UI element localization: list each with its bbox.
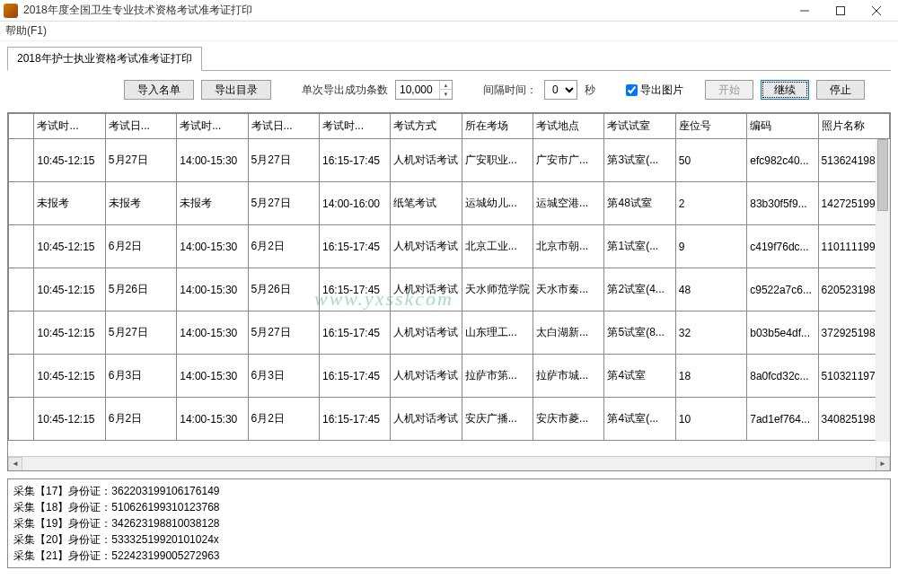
table-cell: 第2试室(4... xyxy=(604,268,675,312)
table-cell: 拉萨市第... xyxy=(462,355,533,398)
toolbar: 导入名单 导出目录 单次导出成功条数 ▲ ▼ 间隔时间： 0 秒 导出图片 开始… xyxy=(7,71,891,107)
table-row[interactable]: 未报考未报考未报考5月27日14:00-16:00纸笔考试运城幼儿...运城空港… xyxy=(9,182,890,225)
menu-help[interactable]: 帮助(F1) xyxy=(5,24,47,37)
table-row[interactable]: 10:45-12:156月2日14:00-15:306月2日16:15-17:4… xyxy=(9,398,890,441)
column-header[interactable]: 考试试室 xyxy=(604,114,675,139)
table-row[interactable]: 10:45-12:155月27日14:00-15:305月27日16:15-17… xyxy=(9,139,890,182)
table-cell: 广安职业... xyxy=(462,139,533,182)
table-cell: 6月2日 xyxy=(105,398,176,441)
column-header[interactable]: 所在考场 xyxy=(462,114,533,139)
table-cell: c9522a7c6... xyxy=(747,268,818,312)
table-cell: 广安市广... xyxy=(533,139,604,182)
table-cell: 10:45-12:15 xyxy=(34,268,105,312)
table-cell: 拉萨市城... xyxy=(533,355,604,398)
table-cell: 5月27日 xyxy=(248,312,319,355)
row-selector[interactable] xyxy=(9,398,34,441)
titlebar: 2018年度全国卫生专业技术资格考试准考证打印 xyxy=(0,0,898,22)
table-cell: 人机对话考试 xyxy=(391,312,462,355)
batch-spinner[interactable]: ▲ ▼ xyxy=(395,80,453,100)
table-cell: 运城幼儿... xyxy=(462,182,533,225)
app-icon xyxy=(4,4,18,18)
interval-label: 间隔时间： xyxy=(483,83,537,98)
table-cell: 第5试室(8... xyxy=(604,312,675,355)
table-cell: 未报考 xyxy=(34,182,105,225)
table-cell: 天水师范学院 xyxy=(462,268,533,312)
table-cell: 14:00-15:30 xyxy=(177,312,248,355)
row-selector[interactable] xyxy=(9,312,34,355)
import-button[interactable]: 导入名单 xyxy=(124,80,194,100)
table-cell: 6月2日 xyxy=(248,225,319,268)
table-cell: 7ad1ef764... xyxy=(747,398,818,441)
table-cell: 5月27日 xyxy=(248,182,319,225)
row-selector[interactable] xyxy=(9,182,34,225)
table-cell: 人机对话考试 xyxy=(391,139,462,182)
continue-button[interactable]: 继续 xyxy=(761,80,809,100)
scroll-left-icon[interactable]: ◄ xyxy=(8,457,22,471)
table-cell: 14:00-15:30 xyxy=(177,398,248,441)
column-header[interactable]: 考试日... xyxy=(105,114,176,139)
svg-rect-1 xyxy=(837,6,845,14)
table-cell: 第4试室 xyxy=(604,355,675,398)
vertical-scrollbar[interactable] xyxy=(876,139,890,442)
table-cell: 16:15-17:45 xyxy=(319,398,390,441)
interval-select[interactable]: 0 xyxy=(544,80,577,100)
column-header[interactable]: 考试时... xyxy=(34,114,105,139)
column-header[interactable] xyxy=(9,114,34,139)
maximize-button[interactable] xyxy=(823,1,858,21)
table-cell: 人机对话考试 xyxy=(391,355,462,398)
table-cell: 2 xyxy=(675,182,746,225)
table-cell: b03b5e4df... xyxy=(747,312,818,355)
tab-main[interactable]: 2018年护士执业资格考试准考证打印 xyxy=(7,47,202,71)
batch-label: 单次导出成功条数 xyxy=(302,83,388,98)
row-selector[interactable] xyxy=(9,225,34,268)
table-row[interactable]: 10:45-12:156月2日14:00-15:306月2日16:15-17:4… xyxy=(9,225,890,268)
table-cell: 5月27日 xyxy=(105,312,176,355)
table-cell: 10:45-12:15 xyxy=(34,312,105,355)
table-row[interactable]: 10:45-12:156月3日14:00-15:306月3日16:15-17:4… xyxy=(9,355,890,398)
minimize-button[interactable] xyxy=(787,1,823,21)
row-selector[interactable] xyxy=(9,268,34,312)
scroll-thumb[interactable] xyxy=(877,139,888,211)
row-selector[interactable] xyxy=(9,355,34,398)
table-row[interactable]: 10:45-12:155月27日14:00-15:305月27日16:15-17… xyxy=(9,312,890,355)
table-row[interactable]: 10:45-12:155月26日14:00-15:305月26日16:15-17… xyxy=(9,268,890,312)
table-cell: 48 xyxy=(675,268,746,312)
table-cell: c419f76dc... xyxy=(747,225,818,268)
table-cell: efc982c40... xyxy=(747,139,818,182)
log-line: 采集【20】身份证：53332519920101024x xyxy=(13,531,885,548)
column-header[interactable]: 编码 xyxy=(747,114,818,139)
batch-input[interactable] xyxy=(396,83,439,96)
table-cell: 未报考 xyxy=(177,182,248,225)
table-cell: 9 xyxy=(675,225,746,268)
horizontal-scrollbar[interactable]: ◄ ► xyxy=(8,456,890,470)
column-header[interactable]: 座位号 xyxy=(675,114,746,139)
stop-button[interactable]: 停止 xyxy=(816,80,865,100)
data-table: 考试时...考试日...考试时...考试日...考试时...考试方式所在考场考试… xyxy=(7,112,891,471)
table-cell: 未报考 xyxy=(105,182,176,225)
column-header[interactable]: 考试时... xyxy=(177,114,248,139)
column-header[interactable]: 考试方式 xyxy=(391,114,462,139)
scroll-right-icon[interactable]: ► xyxy=(876,457,890,471)
column-header[interactable]: 考试时... xyxy=(319,114,390,139)
start-button[interactable]: 开始 xyxy=(705,80,753,100)
export-image-checkbox[interactable]: 导出图片 xyxy=(626,83,683,98)
table-cell: 50 xyxy=(675,139,746,182)
column-header[interactable]: 照片名称 xyxy=(818,114,889,139)
close-button[interactable] xyxy=(858,1,894,21)
table-cell: 16:15-17:45 xyxy=(319,355,390,398)
column-header[interactable]: 考试日... xyxy=(248,114,319,139)
table-cell: 纸笔考试 xyxy=(391,182,462,225)
spinner-down-icon[interactable]: ▼ xyxy=(440,90,452,99)
table-cell: 第3试室(... xyxy=(604,139,675,182)
table-cell: 18 xyxy=(675,355,746,398)
row-selector[interactable] xyxy=(9,139,34,182)
export-button[interactable]: 导出目录 xyxy=(201,80,271,100)
export-image-input[interactable] xyxy=(626,84,638,96)
spinner-up-icon[interactable]: ▲ xyxy=(440,81,452,90)
column-header[interactable]: 考试地点 xyxy=(533,114,604,139)
table-cell: 14:00-15:30 xyxy=(177,268,248,312)
table-cell: 16:15-17:45 xyxy=(319,268,390,312)
table-cell: 14:00-15:30 xyxy=(177,139,248,182)
log-line: 采集【18】身份证：510626199310123768 xyxy=(13,499,885,515)
export-image-label: 导出图片 xyxy=(640,83,683,98)
